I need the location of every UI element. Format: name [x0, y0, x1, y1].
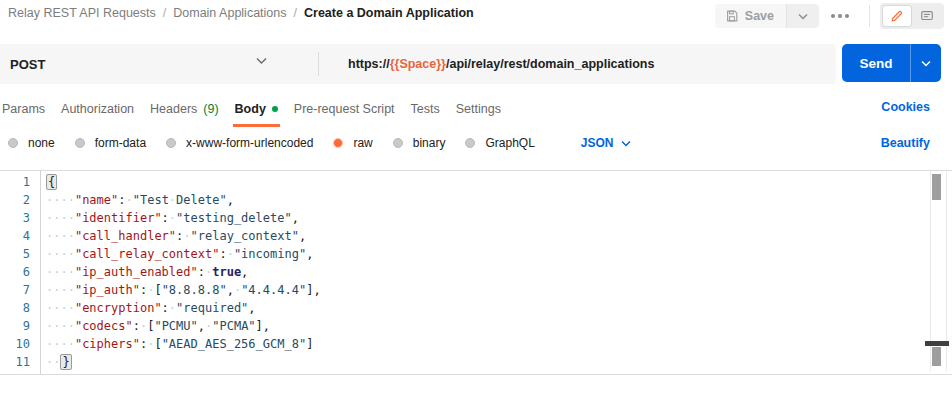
body-type-options: none form-data x-www-form-urlencoded raw…: [0, 130, 952, 156]
url-prefix: https://: [348, 57, 390, 71]
save-button-label: Save: [745, 9, 774, 23]
code-line[interactable]: 8····"encryption":·"required",: [0, 299, 952, 317]
headers-count-badge: (9): [203, 102, 218, 116]
line-number: 4: [0, 227, 40, 245]
request-tabs: Params Authorization Headers(9) Body Pre…: [0, 94, 952, 124]
radio-label: x-www-form-urlencoded: [186, 136, 313, 150]
tab-authorization[interactable]: Authorization: [61, 94, 134, 124]
code-text: ····"ciphers":·["AEAD_AES_256_GCM_8"]: [40, 335, 313, 353]
line-number: 10: [0, 335, 40, 353]
code-lines: 1{2····"name":·"Test·Delete",3····"ident…: [0, 173, 952, 371]
radio-selected-icon: [333, 138, 343, 148]
code-text: ····"ip_auth":·["8.8.8.8",·"4.4.4.4"],: [40, 281, 321, 299]
url-divider: [318, 52, 319, 76]
line-number: 8: [0, 299, 40, 317]
more-options-button[interactable]: [831, 14, 849, 18]
line-number: 7: [0, 281, 40, 299]
radio-label: form-data: [95, 136, 146, 150]
gutter-border: [40, 171, 41, 374]
breadcrumb-request-name[interactable]: Create a Domain Application: [304, 6, 474, 20]
line-number: 5: [0, 245, 40, 263]
tab-label: Pre-request Script: [294, 102, 395, 116]
vertical-scrollbar-thumb[interactable]: [932, 174, 941, 200]
tab-body[interactable]: Body: [235, 94, 278, 124]
pencil-icon: [890, 9, 904, 23]
code-text: ····"identifier":·"testing_delete",: [40, 209, 299, 227]
radio-icon: [465, 138, 475, 148]
cookies-link[interactable]: Cookies: [881, 100, 930, 114]
save-options-chevron-button[interactable]: [786, 4, 819, 28]
save-group: Save: [715, 4, 819, 28]
code-line[interactable]: 1{: [0, 173, 952, 191]
tab-params[interactable]: Params: [2, 94, 45, 124]
tab-label: Settings: [456, 102, 501, 116]
body-type-binary[interactable]: binary: [393, 136, 446, 150]
code-text: ····"call_relay_context":·"incoming",: [40, 245, 313, 263]
code-line[interactable]: 6····"ip_auth_enabled":·true,: [0, 263, 952, 281]
code-line[interactable]: 9····"codecs":·["PCMU",·"PCMA"],: [0, 317, 952, 335]
code-line[interactable]: 3····"identifier":·"testing_delete",: [0, 209, 952, 227]
url-input[interactable]: https://{{Space}}/api/relay/rest/domain_…: [348, 44, 654, 84]
send-button[interactable]: Send: [842, 44, 910, 82]
comments-button[interactable]: [912, 5, 942, 27]
line-number: 6: [0, 263, 40, 281]
code-text: ····"call_handler":·"relay_context",: [40, 227, 306, 245]
code-line[interactable]: 10····"ciphers":·["AEAD_AES_256_GCM_8"]: [0, 335, 952, 353]
breadcrumb: Relay REST API Requests / Domain Applica…: [8, 6, 474, 20]
tab-settings[interactable]: Settings: [456, 94, 501, 124]
radio-icon: [75, 138, 85, 148]
code-line[interactable]: 11··}: [0, 353, 952, 371]
url-path: /api/relay/rest/domain_applications: [446, 57, 654, 71]
body-type-raw[interactable]: raw: [333, 136, 372, 150]
tab-headers[interactable]: Headers(9): [150, 94, 219, 124]
chevron-down-icon: [621, 140, 631, 147]
body-type-form-data[interactable]: form-data: [75, 136, 146, 150]
horizontal-scrollbar-thumb[interactable]: [925, 341, 949, 346]
code-line[interactable]: 7····"ip_auth":·["8.8.8.8",·"4.4.4.4"],: [0, 281, 952, 299]
breadcrumb-collection[interactable]: Relay REST API Requests: [8, 6, 156, 20]
tab-label: Authorization: [61, 102, 134, 116]
tab-label: Params: [2, 102, 45, 116]
body-type-x-www-form-urlencoded[interactable]: x-www-form-urlencoded: [166, 136, 313, 150]
code-line[interactable]: 5····"call_relay_context":·"incoming",: [0, 245, 952, 263]
save-button[interactable]: Save: [715, 4, 786, 28]
code-text: ··}: [40, 353, 72, 371]
radio-label: raw: [353, 136, 372, 150]
beautify-link[interactable]: Beautify: [881, 136, 930, 150]
radio-icon: [8, 138, 18, 148]
radio-label: GraphQL: [485, 136, 534, 150]
code-text: ····"encryption":·"required",: [40, 299, 256, 317]
tab-pre-request-script[interactable]: Pre-request Script: [294, 94, 395, 124]
method-selector[interactable]: POST: [10, 44, 45, 84]
body-type-none[interactable]: none: [8, 136, 55, 150]
code-text: ····"name":·"Test·Delete",: [40, 191, 234, 209]
tab-tests[interactable]: Tests: [411, 94, 440, 124]
raw-body-editor[interactable]: 1{2····"name":·"Test·Delete",3····"ident…: [0, 170, 952, 375]
breadcrumb-separator: /: [163, 6, 166, 20]
radio-icon: [166, 138, 176, 148]
vertical-scrollbar-thumb[interactable]: [932, 347, 941, 366]
code-line[interactable]: 2····"name":·"Test·Delete",: [0, 191, 952, 209]
tab-label: Body: [235, 102, 266, 116]
url-variable: {{Space}}: [390, 57, 446, 71]
send-button-group: Send: [842, 44, 941, 82]
breadcrumb-folder[interactable]: Domain Applications: [173, 6, 286, 20]
code-text: ····"codecs":·["PCMU",·"PCMA"],: [40, 317, 270, 335]
chevron-down-icon[interactable]: [256, 57, 267, 65]
code-text: {: [40, 173, 57, 191]
line-number: 1: [0, 173, 40, 191]
line-number: 9: [0, 317, 40, 335]
body-modified-dot: [272, 106, 278, 112]
header-divider: [869, 5, 870, 27]
tab-label: Tests: [411, 102, 440, 116]
code-text: ····"ip_auth_enabled":·true,: [40, 263, 248, 281]
send-options-chevron-button[interactable]: [910, 44, 941, 82]
request-url-bar: POST https://{{Space}}/api/relay/rest/do…: [0, 44, 836, 84]
edit-mode-button[interactable]: [882, 5, 912, 27]
body-type-graphql[interactable]: GraphQL: [465, 136, 534, 150]
chevron-down-icon: [798, 13, 808, 20]
line-number: 2: [0, 191, 40, 209]
save-icon: [725, 9, 739, 23]
code-line[interactable]: 4····"call_handler":·"relay_context",: [0, 227, 952, 245]
raw-format-selector[interactable]: JSON: [581, 136, 631, 150]
